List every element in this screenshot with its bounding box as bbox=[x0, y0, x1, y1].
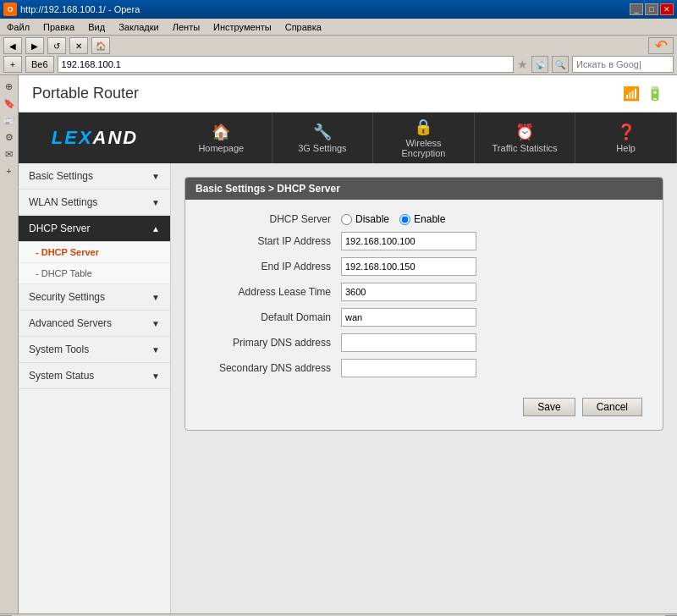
sidebar-item-basic[interactable]: Basic Settings ▼ bbox=[19, 163, 170, 190]
end-ip-input[interactable] bbox=[341, 257, 476, 276]
end-ip-row: End IP Address bbox=[206, 257, 642, 276]
enable-radio[interactable] bbox=[399, 214, 410, 225]
side-icon-2[interactable]: 🔖 bbox=[2, 96, 17, 111]
bookmark-star[interactable]: ★ bbox=[517, 58, 528, 71]
side-icon-1[interactable]: ⊕ bbox=[2, 79, 17, 94]
chevron-down-icon-wlan: ▼ bbox=[151, 198, 160, 207]
side-icon-5[interactable]: ✉ bbox=[2, 146, 17, 162]
primary-dns-label: Primary DNS address bbox=[206, 337, 341, 349]
disable-radio-label[interactable]: Disable bbox=[341, 213, 389, 225]
sidebar-item-sysstatus-label: System Status bbox=[29, 370, 94, 382]
lease-time-label: Address Lease Time bbox=[206, 286, 341, 298]
cancel-button[interactable]: Cancel bbox=[582, 398, 642, 416]
start-ip-label: Start IP Address bbox=[206, 235, 341, 247]
chevron-down-icon-advanced: ▼ bbox=[151, 319, 160, 328]
menu-feeds[interactable]: Ленты bbox=[169, 21, 203, 33]
battery-icon: 🔋 bbox=[647, 85, 663, 102]
menu-edit[interactable]: Правка bbox=[40, 21, 78, 33]
tab-wireless[interactable]: 🔒 WirelessEncryption bbox=[373, 113, 475, 163]
disable-label: Disable bbox=[355, 213, 389, 225]
sidebar-item-wlan[interactable]: WLAN Settings ▼ bbox=[19, 190, 170, 216]
menu-tools[interactable]: Инструменты bbox=[210, 21, 275, 33]
sidebar-sub-dhcp-table[interactable]: - DHCP Table bbox=[19, 263, 170, 284]
sidebar-item-basic-label: Basic Settings bbox=[29, 170, 93, 182]
chevron-down-icon: ▼ bbox=[151, 172, 160, 181]
domain-input[interactable] bbox=[341, 308, 476, 327]
menu-help[interactable]: Справка bbox=[282, 21, 325, 33]
sidebar-item-dhcp[interactable]: DHCP Server ▲ bbox=[19, 216, 170, 242]
side-icon-3[interactable]: 📰 bbox=[2, 113, 17, 128]
enable-radio-label[interactable]: Enable bbox=[399, 213, 445, 225]
side-icons: ⊕ 🔖 📰 ⚙ ✉ + bbox=[0, 75, 19, 613]
router-title: Portable Router bbox=[32, 85, 139, 102]
reload-button[interactable]: ↺ bbox=[47, 37, 66, 54]
enable-label: Enable bbox=[414, 213, 445, 225]
minimize-button[interactable]: _ bbox=[630, 3, 643, 15]
primary-dns-input[interactable] bbox=[341, 333, 476, 352]
domain-row: Default Domain bbox=[206, 308, 642, 327]
sidebar-item-systools-label: System Tools bbox=[29, 344, 89, 355]
stop-button[interactable]: ✕ bbox=[69, 37, 88, 54]
secondary-dns-label: Secondary DNS address bbox=[206, 362, 341, 374]
dhcp-panel-header: Basic Settings > DHCP Server bbox=[185, 178, 663, 200]
sidebar-item-security-label: Security Settings bbox=[29, 291, 105, 303]
menu-bookmarks[interactable]: Закладки bbox=[115, 21, 162, 33]
traffic-icon: ⏰ bbox=[515, 123, 534, 141]
sidebar-item-advanced-label: Advanced Servers bbox=[29, 317, 112, 329]
home-button[interactable]: 🏠 bbox=[91, 37, 110, 54]
menu-view[interactable]: Вид bbox=[85, 21, 108, 33]
side-icon-6[interactable]: + bbox=[2, 163, 17, 179]
lease-time-input[interactable] bbox=[341, 283, 476, 301]
brand-logo: LEXAND bbox=[52, 127, 138, 149]
sidebar-sub-dhcp-server[interactable]: - DHCP Server bbox=[19, 242, 170, 263]
address-bar-area: ◀ ▶ ↺ ✕ 🏠 ↶ + Ве6 ★ 📡 🔍 bbox=[0, 36, 677, 75]
tab-button[interactable]: + bbox=[3, 56, 22, 73]
tab-traffic-label: Traffic Statistics bbox=[493, 143, 558, 153]
secondary-dns-row: Secondary DNS address bbox=[206, 359, 642, 377]
chevron-down-icon-sysstatus: ▼ bbox=[151, 371, 160, 381]
brand-area: LEXAND bbox=[19, 113, 171, 163]
tab-traffic[interactable]: ⏰ Traffic Statistics bbox=[475, 113, 576, 163]
secondary-dns-input[interactable] bbox=[341, 359, 476, 377]
primary-dns-row: Primary DNS address bbox=[206, 333, 642, 352]
back-button[interactable]: ◀ bbox=[3, 37, 22, 54]
sidebar-item-systools[interactable]: System Tools ▼ bbox=[19, 337, 170, 363]
tab-help-label: Help bbox=[616, 143, 636, 153]
sidebar-item-security[interactable]: Security Settings ▼ bbox=[19, 284, 170, 311]
rss-button[interactable]: 📡 bbox=[531, 56, 548, 73]
browser-layout: ⊕ 🔖 📰 ⚙ ✉ + Portable Router 📶 🔋 LEXAND 🏠 bbox=[0, 75, 677, 613]
sidebar-item-advanced[interactable]: Advanced Servers ▼ bbox=[19, 311, 170, 337]
3g-icon: 🔧 bbox=[313, 123, 332, 141]
search-button[interactable]: 🔍 bbox=[552, 56, 569, 73]
dhcp-panel: Basic Settings > DHCP Server DHCP Server… bbox=[184, 177, 663, 431]
close-button[interactable]: ✕ bbox=[660, 3, 674, 15]
side-icon-4[interactable]: ⚙ bbox=[2, 129, 17, 145]
window-title: http://192.168.100.1/ - Opera bbox=[20, 4, 140, 14]
tab-homepage-label: Homepage bbox=[198, 143, 244, 153]
chevron-down-icon-security: ▼ bbox=[151, 293, 160, 302]
start-ip-input[interactable] bbox=[341, 232, 476, 250]
wireless-icon: 🔒 bbox=[414, 118, 432, 136]
address-label: Ве6 bbox=[25, 56, 54, 73]
forward-button[interactable]: ▶ bbox=[25, 37, 44, 54]
address-input[interactable] bbox=[58, 56, 514, 73]
title-bar: O http://192.168.100.1/ - Opera _ □ ✕ bbox=[0, 0, 677, 19]
nav-tabs: LEXAND 🏠 Homepage 🔧 3G Settings 🔒 Wirele… bbox=[19, 113, 677, 163]
tab-help[interactable]: ❓ Help bbox=[575, 113, 677, 163]
sidebar-item-sysstatus[interactable]: System Status ▼ bbox=[19, 363, 170, 389]
lease-time-row: Address Lease Time bbox=[206, 283, 642, 301]
disable-radio[interactable] bbox=[341, 214, 352, 225]
dhcp-radio-group: Disable Enable bbox=[341, 213, 445, 225]
tab-3g[interactable]: 🔧 3G Settings bbox=[272, 113, 374, 163]
search-input[interactable] bbox=[572, 56, 674, 73]
tab-homepage[interactable]: 🏠 Homepage bbox=[171, 113, 272, 163]
main-content: Basic Settings > DHCP Server DHCP Server… bbox=[171, 163, 677, 613]
maximize-button[interactable]: □ bbox=[645, 3, 658, 15]
help-icon: ❓ bbox=[617, 123, 636, 141]
save-button[interactable]: Save bbox=[523, 398, 575, 416]
menu-file[interactable]: Файл bbox=[3, 21, 33, 33]
tab-3g-label: 3G Settings bbox=[298, 143, 346, 153]
end-ip-label: End IP Address bbox=[206, 261, 341, 272]
opera-icon: O bbox=[3, 3, 17, 16]
dhcp-panel-body: DHCP Server Disable Enable bbox=[185, 200, 663, 430]
